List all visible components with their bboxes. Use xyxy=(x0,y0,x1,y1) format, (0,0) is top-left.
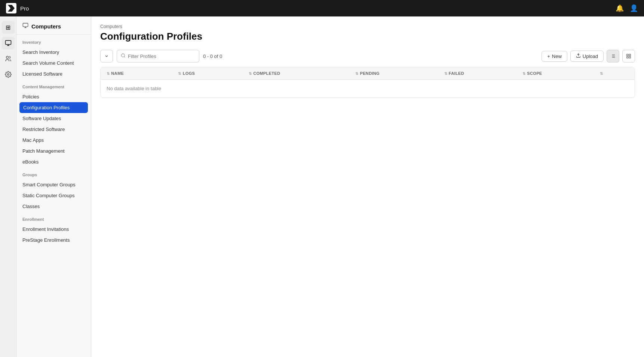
svg-point-1 xyxy=(6,56,8,58)
count-text: 0 - 0 of 0 xyxy=(203,54,222,59)
svg-rect-3 xyxy=(23,23,28,27)
sidebar-item-static-computer-groups[interactable]: Static Computer Groups xyxy=(16,190,91,201)
new-button[interactable]: + New xyxy=(542,51,567,62)
grid-view-button[interactable] xyxy=(622,50,635,62)
topbar-right: 🔔 👤 xyxy=(616,4,638,12)
rail-users-btn[interactable] xyxy=(2,52,15,65)
rail-monitor-btn[interactable] xyxy=(2,37,15,49)
sidebar-header-icon xyxy=(22,22,28,30)
sidebar-item-licensed-software[interactable]: Licensed Software xyxy=(16,68,91,79)
sidebar-item-classes[interactable]: Classes xyxy=(16,201,91,212)
sidebar-group-label: Inventory xyxy=(16,35,91,47)
sidebar-item-mac-apps[interactable]: Mac Apps xyxy=(16,135,91,146)
app-logo xyxy=(6,3,16,13)
sidebar-item-ebooks[interactable]: eBooks xyxy=(16,156,91,167)
col-name[interactable]: ⇅NAME xyxy=(101,67,172,80)
svg-rect-13 xyxy=(627,54,628,56)
sidebar-item-search-volume-content[interactable]: Search Volume Content xyxy=(16,58,91,68)
sidebar-group-label: Enrollment xyxy=(16,212,91,224)
svg-line-5 xyxy=(124,57,125,57)
main-content: Computers Configuration Profiles 0 - 0 o… xyxy=(91,16,644,357)
empty-row: No data available in table xyxy=(101,80,635,98)
topbar: Pro 🔔 👤 xyxy=(0,0,644,16)
sort-icon-completed: ⇅ xyxy=(249,71,252,76)
sort-icon-pending: ⇅ xyxy=(355,71,358,76)
list-view-button[interactable] xyxy=(607,50,619,62)
plus-icon: + xyxy=(547,54,550,59)
page-title: Configuration Profiles xyxy=(100,31,635,42)
sidebar-item-patch-management[interactable]: Patch Management xyxy=(16,146,91,156)
upload-icon xyxy=(576,53,581,59)
new-label: New xyxy=(552,54,562,59)
notification-icon[interactable]: 🔔 xyxy=(616,4,624,12)
filter-input[interactable] xyxy=(128,54,195,59)
sidebar-item-restricted-software[interactable]: Restricted Software xyxy=(16,124,91,135)
search-icon xyxy=(121,53,126,59)
col-failed[interactable]: ⇅FAILED xyxy=(438,67,517,80)
sidebar-group-label: Groups xyxy=(16,167,91,179)
icon-rail: ⊞ xyxy=(0,16,16,357)
user-icon[interactable]: 👤 xyxy=(630,4,638,12)
table-body: No data available in table xyxy=(101,80,635,98)
table-head: ⇅NAME ⇅LOGS ⇅COMPLETED ⇅PENDING ⇅FAILED xyxy=(101,67,635,80)
svg-rect-15 xyxy=(627,57,628,58)
toolbar: 0 - 0 of 0 + New Upload xyxy=(100,50,635,62)
rail-grid-btn[interactable]: ⊞ xyxy=(2,21,15,34)
logo-shape xyxy=(8,5,15,12)
app-title: Pro xyxy=(20,5,29,12)
sidebar-group-label: Content Management xyxy=(16,79,91,91)
sidebar-item-enrollment-invitations[interactable]: Enrollment Invitations xyxy=(16,224,91,235)
col-completed[interactable]: ⇅COMPLETED xyxy=(243,67,349,80)
svg-rect-0 xyxy=(5,40,11,45)
upload-label: Upload xyxy=(583,54,598,59)
svg-point-2 xyxy=(7,74,9,76)
sort-icon-failed: ⇅ xyxy=(444,71,447,76)
sidebar-item-configuration-profiles[interactable]: Configuration Profiles xyxy=(19,102,88,113)
sidebar-header: Computers xyxy=(16,16,91,35)
dropdown-button[interactable] xyxy=(100,50,113,62)
topbar-left: Pro xyxy=(6,3,29,13)
data-table: ⇅NAME ⇅LOGS ⇅COMPLETED ⇅PENDING ⇅FAILED xyxy=(101,67,635,98)
filter-input-wrap xyxy=(117,50,199,62)
breadcrumb: Computers xyxy=(100,24,635,29)
upload-button[interactable]: Upload xyxy=(570,51,604,62)
sort-icon-logs: ⇅ xyxy=(178,71,181,76)
table-header-row: ⇅NAME ⇅LOGS ⇅COMPLETED ⇅PENDING ⇅FAILED xyxy=(101,67,635,80)
svg-point-4 xyxy=(122,54,125,57)
sidebar-groups: InventorySearch InventorySearch Volume C… xyxy=(16,35,91,245)
sidebar-item-smart-computer-groups[interactable]: Smart Computer Groups xyxy=(16,179,91,190)
sidebar-item-search-inventory[interactable]: Search Inventory xyxy=(16,47,91,58)
toolbar-right: + New Upload xyxy=(542,50,635,62)
svg-rect-16 xyxy=(629,57,631,58)
empty-message: No data available in table xyxy=(101,80,635,98)
rail-settings-btn[interactable] xyxy=(2,68,15,81)
sort-icon-scope: ⇅ xyxy=(522,71,525,76)
sidebar-item-prestage-enrollments[interactable]: PreStage Enrollments xyxy=(16,235,91,245)
col-logs[interactable]: ⇅LOGS xyxy=(172,67,242,80)
svg-rect-14 xyxy=(629,54,631,56)
sidebar-section-title: Computers xyxy=(31,23,61,30)
sidebar-item-policies[interactable]: Policies xyxy=(16,91,91,102)
toolbar-left: 0 - 0 of 0 xyxy=(100,50,222,62)
table-wrap: ⇅NAME ⇅LOGS ⇅COMPLETED ⇅PENDING ⇅FAILED xyxy=(100,67,635,98)
sort-icon-name: ⇅ xyxy=(107,71,110,76)
col-extra[interactable]: ⇅ xyxy=(594,67,635,80)
sidebar: Computers InventorySearch InventorySearc… xyxy=(16,16,91,357)
sort-icon-extra: ⇅ xyxy=(600,71,603,76)
sidebar-item-software-updates[interactable]: Software Updates xyxy=(16,113,91,124)
col-scope[interactable]: ⇅SCOPE xyxy=(516,67,594,80)
col-pending[interactable]: ⇅PENDING xyxy=(349,67,438,80)
